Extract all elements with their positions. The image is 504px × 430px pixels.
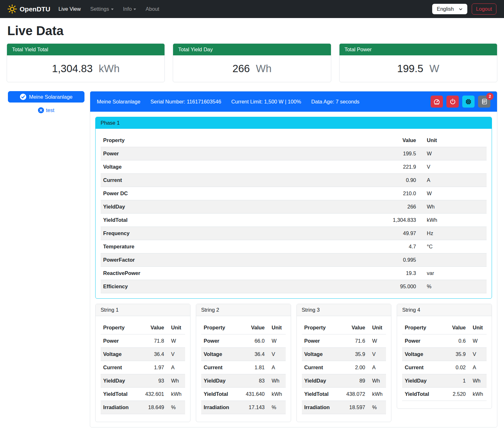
string-card-body: Property Value Unit Power71.8WVoltage36.… — [96, 316, 190, 422]
column-header-unit: Unit — [368, 321, 386, 334]
unit-cell: Wh — [468, 374, 487, 388]
table-row: ReactivePower19.3var — [101, 267, 487, 280]
table-row: Efficiency95.000% — [101, 280, 487, 293]
language-value: English — [437, 6, 454, 12]
sun-logo-icon — [8, 4, 17, 14]
brand[interactable]: OpenDTU — [8, 4, 50, 14]
navbar: OpenDTU Live View Settings Info About En… — [0, 0, 504, 18]
nav-item-settings[interactable]: Settings — [90, 6, 114, 12]
limit-settings-button[interactable] — [431, 96, 443, 108]
table-row: YieldTotal2.520kWh — [402, 388, 487, 401]
table-header-row: Property Value Unit — [302, 321, 386, 334]
inverter-panel-header: Meine Solaranlage Serial Number: 1161716… — [90, 91, 497, 112]
navbar-right: English Logout — [432, 3, 496, 15]
table-row: Frequency49.97Hz — [101, 227, 487, 240]
main-container: Live Data Total Yield Total 1,304.83 kWh… — [0, 24, 504, 430]
inverter-limit: Current Limit: 1,500 W | 100% — [231, 99, 301, 105]
inverter-serial: Serial Number: 116171603546 — [151, 99, 221, 105]
value-cell: 71.8 — [138, 334, 167, 348]
property-cell: YieldTotal — [101, 214, 365, 227]
string-card-title: String 1 — [96, 304, 190, 316]
table-row: YieldTotal431.640kWh — [201, 388, 286, 401]
property-cell: Voltage — [101, 348, 138, 361]
value-cell: 2.520 — [439, 388, 468, 401]
string-3-card: String 3 Property Value Unit — [296, 304, 392, 422]
string-4-table: Property Value Unit Power0.6WVoltage35.9… — [402, 321, 487, 401]
gauge-icon — [433, 98, 440, 105]
value-cell: 221.9 — [365, 160, 419, 174]
unit-cell: kWh — [419, 214, 487, 227]
nav-item-about[interactable]: About — [146, 6, 159, 12]
string-4-card: String 4 Property Value Unit — [397, 304, 492, 409]
device-info-button[interactable] — [462, 96, 475, 108]
table-row: Power71.8W — [101, 334, 185, 348]
inverter-sidebar: Meine Solaranlage test — [7, 91, 86, 113]
property-cell: Voltage — [302, 348, 339, 361]
unit-cell: Wh — [267, 374, 286, 388]
table-row: YieldDay83Wh — [201, 374, 286, 388]
value-cell: 66.0 — [238, 334, 267, 348]
chevron-down-icon — [458, 7, 463, 11]
inverter-selector-test-label: test — [46, 107, 54, 113]
value-cell: 36.4 — [138, 348, 167, 361]
unit-cell: kWh — [167, 388, 185, 401]
value-cell: 4.7 — [365, 240, 419, 253]
nav-item-info[interactable]: Info — [123, 6, 136, 12]
inverter-selector-active[interactable]: Meine Solaranlage — [8, 91, 84, 103]
page-title: Live Data — [7, 24, 497, 38]
power-button[interactable] — [446, 96, 459, 108]
value-cell: 19.3 — [365, 267, 419, 280]
event-log-button[interactable]: 2 — [478, 96, 490, 108]
nav-item-live-view[interactable]: Live View — [59, 6, 81, 12]
property-cell: Irradiation — [101, 401, 138, 414]
cpu-icon — [465, 98, 472, 105]
property-cell: YieldTotal — [302, 388, 339, 401]
table-row: YieldDay266Wh — [101, 200, 487, 214]
nav-item-label: Settings — [90, 6, 109, 12]
inverter-data-age: Data Age: 7 seconds — [311, 99, 359, 105]
string-1-table: Property Value Unit Power71.8WVoltage36.… — [101, 321, 185, 414]
table-header-row: Property Value Unit — [101, 321, 185, 334]
unit-cell: kWh — [468, 388, 487, 401]
property-cell: Power DC — [101, 187, 365, 200]
property-cell: Frequency — [101, 227, 365, 240]
column-header-value: Value — [339, 321, 368, 334]
inverter-panel-body: Phase 1 Property Value Unit Power199.5WV… — [90, 112, 497, 427]
unit-cell: V — [419, 160, 487, 174]
table-row: PowerFactor0.995 — [101, 253, 487, 267]
property-cell: Current — [402, 361, 439, 374]
value-cell: 0.995 — [365, 253, 419, 267]
value-cell: 199.5 — [365, 147, 419, 160]
property-cell: Irradiation — [201, 401, 238, 414]
value-cell: 1 — [439, 374, 468, 388]
logout-button[interactable]: Logout — [472, 3, 496, 15]
column-header-property: Property — [101, 134, 365, 147]
card-title: Total Yield Day — [173, 44, 331, 55]
unit-cell: Wh — [167, 374, 185, 388]
nav-links: Live View Settings Info About — [59, 6, 159, 12]
inverter-selector-test[interactable]: test — [8, 107, 84, 113]
value-cell: 0.6 — [439, 334, 468, 348]
table-row: Current0.90A — [101, 174, 487, 187]
property-cell: YieldDay — [101, 200, 365, 214]
phase-table: Property Value Unit Power199.5WVoltage22… — [101, 134, 487, 293]
unit-cell: kWh — [368, 388, 386, 401]
value-cell: 49.97 — [365, 227, 419, 240]
column-header-unit: Unit — [267, 321, 286, 334]
inverter-action-buttons: 2 — [431, 96, 490, 108]
property-cell: Power — [302, 334, 339, 348]
table-row: Power66.0W — [201, 334, 286, 348]
property-cell: YieldTotal — [201, 388, 238, 401]
language-select[interactable]: English — [432, 4, 467, 14]
table-row: Current0.02A — [402, 361, 487, 374]
check-circle-icon — [20, 94, 26, 100]
card-unit: Wh — [256, 63, 272, 74]
property-cell: Power — [101, 147, 365, 160]
value-cell: 0.90 — [365, 174, 419, 187]
card-value: 266 — [233, 63, 250, 74]
column-header-value: Value — [238, 321, 267, 334]
phase-card-body: Property Value Unit Power199.5WVoltage22… — [96, 129, 492, 298]
property-cell: Current — [201, 361, 238, 374]
value-cell: 83 — [238, 374, 267, 388]
property-cell: Power — [101, 334, 138, 348]
